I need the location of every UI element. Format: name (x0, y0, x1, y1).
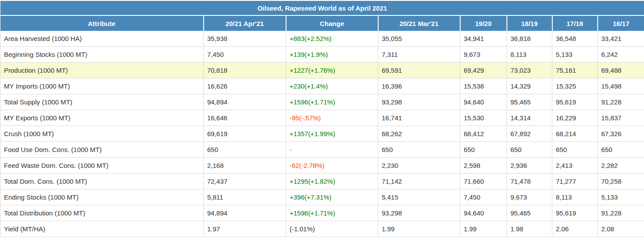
cell-value: 34,941 (460, 31, 507, 47)
column-header-attribute: Attribute (0, 15, 204, 31)
cell-change: +1295(+1.82%) (286, 174, 378, 189)
cell-value: 95,465 (507, 94, 552, 110)
cell-value: 72,437 (204, 174, 286, 189)
table-row-my-exports-1000-mt[interactable]: MY Exports (1000 MT)16,646-95(-.57%)16,7… (0, 110, 644, 126)
cell-value: 1.98 (507, 221, 552, 237)
table-row-total-dom-cons-1000-mt[interactable]: Total Dom. Cons. (1000 MT)72,437+1295(+1… (0, 174, 644, 189)
column-header-20-21-mar-21: 20/21 Mar'21 (378, 15, 460, 31)
table-row-beginning-stocks-1000-mt[interactable]: Beginning Stocks (1000 MT)7,450+139(+1.9… (0, 47, 644, 63)
cell-value: 650 (378, 142, 460, 158)
cell-attribute: MY Exports (1000 MT) (0, 110, 204, 126)
cell-value: 1.99 (460, 221, 507, 237)
cell-change: -95(-.57%) (286, 110, 378, 126)
cell-value: 67,892 (507, 126, 552, 142)
cell-value: 16,396 (378, 78, 460, 94)
table-row-my-imports-1000-mt[interactable]: MY Imports (1000 MT)16,626+230(+1.4%)16,… (0, 78, 644, 94)
cell-change: (-1.01%) (286, 221, 378, 237)
column-header-17-18: 17/18 (552, 15, 598, 31)
cell-value: 71,142 (378, 174, 460, 189)
cell-value: 69,591 (378, 63, 460, 78)
cell-value: 650 (460, 142, 507, 158)
cell-value: 2.08 (598, 221, 644, 237)
column-header-18-19: 18/19 (507, 15, 552, 31)
cell-value: 91,228 (598, 94, 644, 110)
cell-value: 14,329 (507, 78, 552, 94)
cell-change: +883(+2.52%) (286, 31, 378, 47)
cell-value: 91,228 (598, 205, 644, 221)
cell-value: 70,818 (204, 63, 286, 78)
cell-value: 73,023 (507, 63, 552, 78)
cell-change: +396(+7.31%) (286, 189, 378, 205)
table-row-yield-mt-ha[interactable]: Yield (MT/HA)1.97(-1.01%)1.991.991.982.0… (0, 221, 644, 237)
cell-value: 95,619 (552, 205, 598, 221)
cell-attribute: Yield (MT/HA) (0, 221, 204, 237)
cell-value: 95,619 (552, 94, 598, 110)
cell-value: 1.97 (204, 221, 286, 237)
cell-change: +1596(+1.71%) (286, 205, 378, 221)
cell-value: 5,133 (552, 47, 598, 63)
title-row: Oilseed, Rapeseed World as of April 2021 (0, 1, 644, 15)
cell-value: 14,314 (507, 110, 552, 126)
cell-attribute: Food Use Dom. Cons. (1000 MT) (0, 142, 204, 158)
cell-attribute: Crush (1000 MT) (0, 126, 204, 142)
cell-attribute: Feed Waste Dom. Cons. (1000 MT) (0, 158, 204, 174)
commodity-data-page: Oilseed, Rapeseed World as of April 2021… (0, 0, 644, 237)
cell-value: 68,262 (378, 126, 460, 142)
table-row-production-1000-mt[interactable]: Production (1000 MT)70,818+1227(+1.76%)6… (0, 63, 644, 78)
cell-value: 7,450 (204, 47, 286, 63)
cell-change: +1227(+1.76%) (286, 63, 378, 78)
cell-attribute: Production (1000 MT) (0, 63, 204, 78)
cell-attribute: Total Dom. Cons. (1000 MT) (0, 174, 204, 189)
cell-value: 9,673 (460, 47, 507, 63)
cell-value: 2,230 (378, 158, 460, 174)
cell-value: 2,598 (460, 158, 507, 174)
cell-value: 67,326 (598, 126, 644, 142)
cell-change: +1357(+1.99%) (286, 126, 378, 142)
cell-value: 68,214 (552, 126, 598, 142)
table-row-crush-1000-mt[interactable]: Crush (1000 MT)69,619+1357(+1.99%)68,262… (0, 126, 644, 142)
cell-value: 94,640 (460, 94, 507, 110)
cell-value: 70,258 (598, 174, 644, 189)
cell-value: 5,415 (378, 189, 460, 205)
cell-value: 5,133 (598, 189, 644, 205)
cell-value: 16,646 (204, 110, 286, 126)
cell-value: 7,311 (378, 47, 460, 63)
cell-change: +1596(+1.71%) (286, 94, 378, 110)
cell-value: 7,450 (460, 189, 507, 205)
cell-value: 36,548 (552, 31, 598, 47)
cell-value: 2,936 (507, 158, 552, 174)
column-header-row: Attribute20/21 Apr'21Change20/21 Mar'211… (0, 15, 644, 31)
cell-attribute: Area Harvested (1000 HA) (0, 31, 204, 47)
cell-value: 2,413 (552, 158, 598, 174)
table-row-feed-waste-dom-cons-1000-mt[interactable]: Feed Waste Dom. Cons. (1000 MT)2,168-62(… (0, 158, 644, 174)
table-body: Area Harvested (1000 HA)35,938+883(+2.52… (0, 31, 644, 237)
cell-value: 94,894 (204, 94, 286, 110)
cell-value: 69,619 (204, 126, 286, 142)
cell-change: - (286, 142, 378, 158)
cell-value: 2.06 (552, 221, 598, 237)
cell-value: 71,660 (460, 174, 507, 189)
cell-value: 650 (507, 142, 552, 158)
column-header-19-20: 19/20 (460, 15, 507, 31)
cell-attribute: Total Distribution (1000 MT) (0, 205, 204, 221)
cell-value: 33,421 (598, 31, 644, 47)
cell-value: 35,938 (204, 31, 286, 47)
cell-value: 93,298 (378, 94, 460, 110)
cell-value: 69,488 (598, 63, 644, 78)
cell-attribute: MY Imports (1000 MT) (0, 78, 204, 94)
cell-change: -62(-2.78%) (286, 158, 378, 174)
cell-value: 8,113 (552, 189, 598, 205)
table-row-food-use-dom-cons-1000-mt[interactable]: Food Use Dom. Cons. (1000 MT)650-6506506… (0, 142, 644, 158)
cell-value: 75,161 (552, 63, 598, 78)
cell-value: 8,113 (507, 47, 552, 63)
table-row-ending-stocks-1000-mt[interactable]: Ending Stocks (1000 MT)5,811+396(+7.31%)… (0, 189, 644, 205)
cell-value: 15,530 (460, 110, 507, 126)
cell-change: +230(+1.4%) (286, 78, 378, 94)
table-row-area-harvested-1000-ha[interactable]: Area Harvested (1000 HA)35,938+883(+2.52… (0, 31, 644, 47)
cell-value: 1.99 (378, 221, 460, 237)
cell-value: 2,168 (204, 158, 286, 174)
cell-value: 15,538 (460, 78, 507, 94)
table-row-total-supply-1000-mt[interactable]: Total Supply (1000 MT)94,894+1596(+1.71%… (0, 94, 644, 110)
table-row-total-distribution-1000-mt[interactable]: Total Distribution (1000 MT)94,894+1596(… (0, 205, 644, 221)
column-header-change: Change (286, 15, 378, 31)
